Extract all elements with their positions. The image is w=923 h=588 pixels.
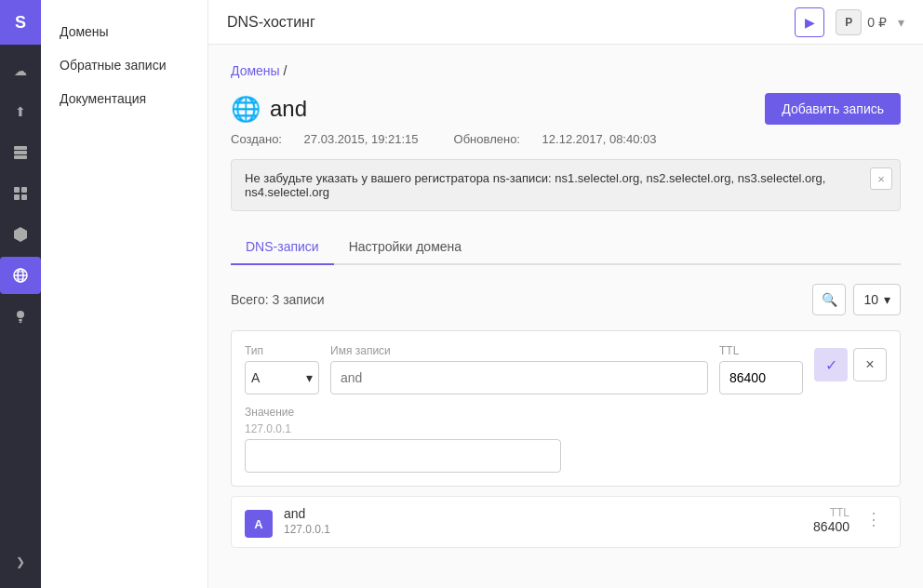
ttl-group: TTL	[719, 344, 803, 394]
notice-text: Не забудьте указать у вашего регистратор…	[245, 171, 825, 199]
created-label: Создано:	[231, 132, 282, 146]
notice-box: Не забудьте указать у вашего регистратор…	[231, 159, 901, 211]
type-label: Тип	[245, 344, 319, 357]
svg-rect-0	[14, 146, 27, 150]
table-row: A and 127.0.0.1 TTL 86400 ⋮	[231, 496, 901, 548]
play-button[interactable]: ▶	[795, 7, 824, 37]
domain-header: 🌐 and Добавить запись	[231, 93, 901, 125]
name-group: Имя записи	[330, 344, 708, 394]
svg-rect-6	[21, 194, 27, 200]
record-form-top: Тип A ▾ Имя записи TTL	[245, 344, 887, 394]
balance-chevron[interactable]: ▾	[898, 15, 904, 30]
network-nav-icon[interactable]	[0, 216, 41, 253]
record-name: and	[284, 506, 764, 521]
record-info: and 127.0.0.1	[284, 506, 764, 536]
value-sublabel: 127.0.0.1	[245, 422, 887, 435]
svg-rect-14	[19, 319, 22, 321]
server-nav-icon[interactable]	[0, 134, 41, 171]
ttl-col-value: 86400	[775, 519, 849, 534]
breadcrumb: Домены /	[231, 63, 901, 78]
record-menu-button[interactable]: ⋮	[861, 506, 887, 532]
confirm-button[interactable]: ✓	[814, 348, 848, 381]
sidebar-item-domains[interactable]: Домены	[41, 15, 207, 48]
type-select[interactable]: A ▾	[245, 361, 319, 394]
topbar: DNS-хостинг ▶ Р 0 ₽ ▾	[208, 0, 923, 45]
logo: S	[0, 0, 41, 45]
created-value: 27.03.2015, 19:21:15	[304, 132, 419, 146]
domain-globe-icon: 🌐	[231, 95, 261, 124]
notice-close-button[interactable]: ×	[870, 167, 892, 190]
bulb-nav-icon[interactable]	[0, 298, 41, 335]
tabs: DNS-записи Настройки домена	[231, 230, 901, 265]
add-record-button[interactable]: Добавить запись	[765, 93, 901, 125]
per-page-chevron-icon: ▾	[884, 292, 890, 307]
sidebar-item-reverse[interactable]: Обратные записи	[41, 48, 207, 82]
tab-domain-settings[interactable]: Настройки домена	[334, 230, 476, 265]
main-content: DNS-хостинг ▶ Р 0 ₽ ▾ Домены / 🌐 and Доб…	[208, 0, 923, 588]
records-count: Всего: 3 записи	[231, 292, 325, 307]
ttl-label: TTL	[719, 344, 803, 357]
updated-value: 12.12.2017, 08:40:03	[542, 132, 657, 146]
record-value: 127.0.0.1	[284, 523, 764, 536]
value-input[interactable]	[245, 439, 561, 473]
ttl-col-label: TTL	[775, 506, 849, 519]
type-chevron-icon: ▾	[306, 370, 313, 385]
upload-nav-icon[interactable]: ⬆	[0, 93, 41, 130]
play-icon: ▶	[805, 15, 815, 30]
sidebar-item-docs[interactable]: Документация	[41, 82, 207, 115]
cancel-button[interactable]: ×	[853, 348, 887, 381]
records-header: Всего: 3 записи 🔍 10 ▾	[231, 284, 901, 315]
record-ttl-col: TTL 86400	[775, 506, 849, 534]
svg-rect-5	[14, 194, 20, 200]
type-value: A	[251, 370, 260, 385]
svg-rect-1	[14, 151, 27, 154]
cloud-nav-icon[interactable]: ☁	[0, 52, 41, 89]
tab-dns-records[interactable]: DNS-записи	[231, 230, 334, 265]
breadcrumb-separator: /	[284, 63, 288, 78]
confirm-icon: ✓	[825, 356, 837, 374]
svg-rect-2	[14, 155, 27, 159]
per-page-select[interactable]: 10 ▾	[853, 284, 901, 315]
ttl-input[interactable]	[719, 361, 803, 394]
dns-nav-icon[interactable]	[0, 257, 41, 294]
value-label: Значение	[245, 406, 887, 419]
sidebar: Домены Обратные записи Документация	[41, 0, 208, 588]
type-group: Тип A ▾	[245, 344, 319, 394]
search-icon: 🔍	[822, 292, 837, 307]
svg-rect-3	[14, 187, 20, 193]
balance-icon: Р	[836, 9, 862, 35]
record-form: Тип A ▾ Имя записи TTL	[231, 330, 901, 487]
balance-display: Р 0 ₽	[836, 9, 887, 35]
records-controls: 🔍 10 ▾	[812, 284, 901, 315]
breadcrumb-parent-link[interactable]: Домены	[231, 63, 280, 78]
svg-rect-4	[21, 187, 27, 193]
svg-point-13	[17, 311, 24, 318]
domain-meta: Создано: 27.03.2015, 19:21:15 Обновлено:…	[231, 132, 901, 146]
record-form-actions: ✓ ×	[814, 348, 887, 381]
balance-amount: 0 ₽	[867, 15, 887, 30]
svg-marker-7	[14, 227, 27, 242]
name-label: Имя записи	[330, 344, 708, 357]
page-title: DNS-хостинг	[227, 14, 783, 31]
cancel-icon: ×	[865, 356, 874, 373]
icon-bar: S ☁ ⬆	[0, 0, 41, 588]
expand-icon[interactable]: ❯	[0, 543, 41, 581]
updated-label: Обновлено:	[454, 132, 520, 146]
per-page-value: 10	[863, 292, 878, 307]
search-button[interactable]: 🔍	[812, 284, 846, 315]
domain-name: and	[270, 96, 307, 122]
page-content: Домены / 🌐 and Добавить запись Создано: …	[208, 45, 923, 588]
record-type-badge: A	[245, 510, 273, 538]
name-input[interactable]	[330, 361, 708, 394]
value-group: Значение 127.0.0.1	[245, 406, 887, 473]
icon-bar-items: ☁ ⬆	[0, 45, 41, 536]
domain-title: 🌐 and	[231, 95, 307, 124]
table-nav-icon[interactable]	[0, 175, 41, 212]
close-icon: ×	[877, 172, 885, 186]
svg-rect-15	[20, 322, 22, 324]
icon-bar-bottom: ❯	[0, 536, 41, 588]
